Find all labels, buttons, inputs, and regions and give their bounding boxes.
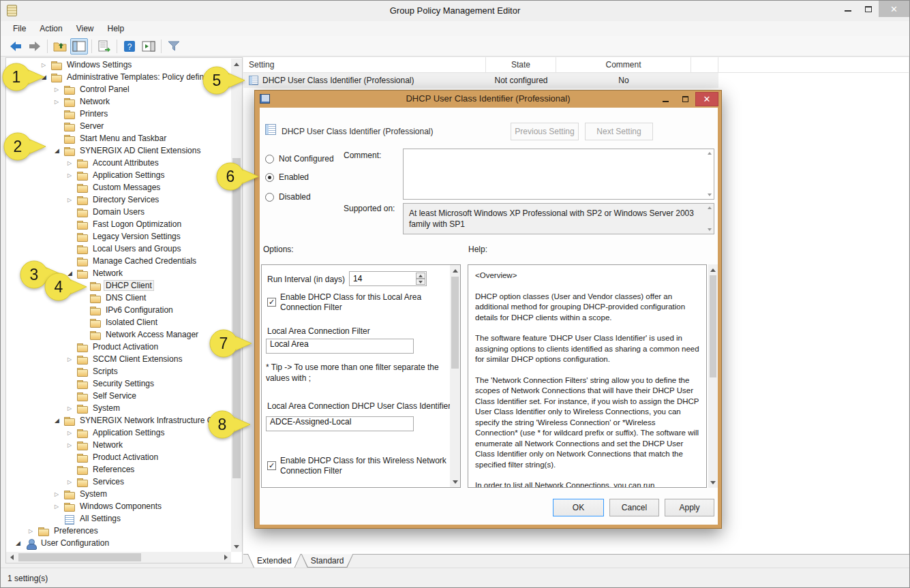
- expand-arrow-icon[interactable]: ▷: [55, 504, 63, 510]
- tree-item[interactable]: ▷Services: [6, 476, 231, 488]
- tree-item[interactable]: ◢SYNERGIX Network Infrastructure Clie: [6, 414, 231, 427]
- expand-arrow-icon[interactable]: ▷: [55, 87, 63, 93]
- scrollbar-thumb[interactable]: [451, 277, 459, 369]
- scroll-right-button[interactable]: [220, 552, 231, 563]
- maximize-button[interactable]: [858, 1, 879, 17]
- tree-item[interactable]: ▷Network: [6, 439, 231, 451]
- tree-item[interactable]: Legacy Version Settings: [6, 230, 231, 243]
- expand-arrow-icon[interactable]: ▷: [67, 160, 76, 166]
- menu-help[interactable]: Help: [101, 22, 132, 35]
- export-list-button[interactable]: [95, 38, 113, 55]
- ok-button[interactable]: OK: [553, 499, 604, 516]
- tree-item[interactable]: Product Activation: [6, 451, 231, 463]
- show-action-pane-button[interactable]: [140, 38, 157, 55]
- tree-item[interactable]: ▷SCCM Client Extensions: [6, 353, 231, 365]
- tree-item[interactable]: IPv6 Configuration: [6, 304, 231, 316]
- tree-item[interactable]: ▷Network: [6, 95, 231, 108]
- cancel-button[interactable]: Cancel: [609, 499, 659, 516]
- expand-arrow-icon[interactable]: ▷: [67, 356, 76, 362]
- dialog-close-button[interactable]: ✕: [695, 92, 718, 106]
- tree-item[interactable]: Custom Messages: [6, 181, 231, 194]
- tree-item[interactable]: Self Service: [6, 390, 231, 402]
- next-setting-button[interactable]: Next Setting: [585, 123, 653, 140]
- menu-file[interactable]: File: [6, 22, 33, 35]
- tree-item[interactable]: ▷Windows Components: [6, 500, 231, 512]
- tree-item[interactable]: References: [6, 463, 231, 476]
- tree-item[interactable]: Domain Users: [6, 206, 231, 218]
- radio-not-configured[interactable]: Not Configured: [265, 154, 334, 164]
- expand-arrow-icon[interactable]: ▷: [67, 405, 76, 412]
- identifier-input[interactable]: ADCE-Assigned-Local: [266, 416, 414, 431]
- spin-down-button[interactable]: [416, 279, 425, 285]
- tree-item[interactable]: DNS Client: [6, 292, 231, 304]
- tree-item[interactable]: ▷System: [6, 402, 231, 414]
- expand-arrow-icon[interactable]: ▷: [67, 442, 76, 448]
- radio-disabled[interactable]: Disabled: [265, 192, 311, 202]
- tree-item[interactable]: Local Users and Groups: [6, 243, 231, 255]
- dialog-maximize-button[interactable]: [676, 92, 695, 106]
- expand-arrow-icon[interactable]: ▷: [67, 430, 76, 436]
- tree-item[interactable]: ◢User Configuration: [6, 537, 231, 549]
- help-scrollbar[interactable]: [708, 264, 718, 488]
- menu-view[interactable]: View: [70, 22, 101, 35]
- run-interval-input[interactable]: [349, 271, 427, 286]
- scrollbar-thumb[interactable]: [710, 275, 716, 377]
- spin-up-button[interactable]: [416, 273, 425, 279]
- comment-textarea[interactable]: [403, 149, 714, 200]
- tree-item[interactable]: Scripts: [6, 365, 231, 377]
- expand-arrow-icon[interactable]: ▷: [29, 528, 37, 534]
- column-header-state[interactable]: State: [486, 57, 556, 72]
- tree-horizontal-scrollbar[interactable]: [6, 552, 231, 563]
- minimize-button[interactable]: [838, 1, 858, 17]
- local-area-checkbox[interactable]: ✓: [267, 298, 276, 307]
- tree-item[interactable]: Server: [6, 120, 231, 132]
- radio-enabled[interactable]: Enabled: [265, 172, 309, 182]
- expand-arrow-icon[interactable]: ▷: [67, 197, 76, 203]
- local-filter-input[interactable]: Local Area: [266, 339, 414, 354]
- column-header-setting[interactable]: Setting: [243, 57, 486, 72]
- setting-row[interactable]: DHCP User Class Identifier (Professional…: [243, 73, 718, 88]
- expand-arrow-icon[interactable]: ▷: [55, 99, 63, 105]
- collapse-arrow-icon[interactable]: ◢: [55, 147, 63, 154]
- tree-item[interactable]: ▷Application Settings: [6, 169, 231, 181]
- forward-button[interactable]: [26, 38, 44, 55]
- tree-item[interactable]: Printers: [6, 108, 231, 120]
- expand-arrow-icon[interactable]: ▷: [67, 479, 76, 485]
- back-button[interactable]: [7, 38, 25, 55]
- close-button[interactable]: ✕: [879, 1, 909, 17]
- tree-item[interactable]: ▷Preferences: [6, 525, 231, 537]
- tree-item[interactable]: Security Settings: [6, 377, 231, 390]
- tree-item[interactable]: ▷Directory Services: [6, 194, 231, 206]
- scrollbar-thumb[interactable]: [18, 553, 141, 561]
- tree-item[interactable]: All Settings: [6, 512, 231, 525]
- scroll-down-button[interactable]: [450, 476, 460, 487]
- scroll-left-button[interactable]: [6, 552, 17, 563]
- options-scrollbar[interactable]: [450, 265, 460, 487]
- tab-standard[interactable]: Standard: [301, 554, 354, 568]
- scroll-down-button[interactable]: [231, 541, 242, 552]
- filter-button[interactable]: [165, 38, 183, 55]
- tree-vertical-scrollbar[interactable]: [231, 59, 242, 552]
- tree-item[interactable]: Isolated Client: [6, 316, 231, 328]
- scroll-down-button[interactable]: [708, 477, 718, 488]
- tree-item[interactable]: Product Activation: [6, 341, 231, 353]
- up-one-level-button[interactable]: [51, 38, 69, 55]
- column-header-comment[interactable]: Comment: [556, 57, 691, 72]
- previous-setting-button[interactable]: Previous Setting: [511, 123, 579, 140]
- apply-button[interactable]: Apply: [665, 499, 714, 516]
- help-button[interactable]: ?: [121, 38, 138, 55]
- tree-item[interactable]: Network Access Manager: [6, 328, 231, 341]
- wireless-checkbox[interactable]: ✓: [267, 461, 276, 470]
- tree-item[interactable]: Fast Logon Optimization: [6, 218, 231, 230]
- scroll-up-button[interactable]: [450, 265, 460, 276]
- tree-item[interactable]: ▷System: [6, 488, 231, 500]
- collapse-arrow-icon[interactable]: ◢: [16, 540, 25, 546]
- expand-arrow-icon[interactable]: ▷: [55, 491, 63, 497]
- collapse-arrow-icon[interactable]: ◢: [55, 417, 63, 424]
- show-console-tree-button[interactable]: [70, 38, 88, 55]
- scroll-up-button[interactable]: [708, 264, 718, 275]
- menu-action[interactable]: Action: [33, 22, 69, 35]
- tab-extended[interactable]: Extended: [247, 554, 301, 568]
- dialog-minimize-button[interactable]: [656, 92, 676, 106]
- expand-arrow-icon[interactable]: ▷: [67, 172, 76, 179]
